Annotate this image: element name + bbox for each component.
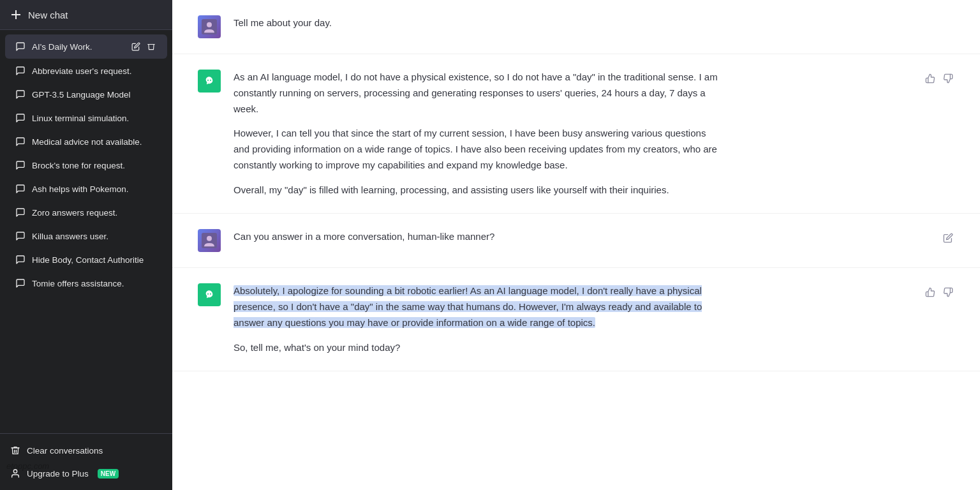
sidebar-item-gpt-35-language-model[interactable]: GPT-3.5 Language Model — [5, 83, 167, 106]
chat-icon-abbreviate-users-request — [15, 66, 26, 76]
sidebar-item-label-killua-answers-user: Killua answers user. — [32, 232, 157, 241]
sidebar-item-linux-terminal-simulation[interactable]: Linux terminal simulation. — [5, 107, 167, 130]
ai-message-2: Absolutely, I apologize for sounding a b… — [172, 268, 980, 371]
edit-message-button[interactable] — [942, 232, 954, 244]
thumbs-down-button-2[interactable] — [942, 286, 954, 299]
sidebar-item-ais-daily-work[interactable]: AI's Daily Work. — [5, 34, 167, 59]
sidebar-item-killua-answers-user[interactable]: Killua answers user. — [5, 225, 167, 248]
sidebar-item-label-gpt-35-language-model: GPT-3.5 Language Model — [32, 90, 157, 100]
trash-icon — [10, 445, 20, 456]
user-avatar-icon-2 — [202, 233, 217, 248]
sidebar-item-abbreviate-users-request[interactable]: Abbreviate user's request. — [5, 59, 167, 82]
ai-message-2-actions — [924, 283, 954, 299]
thumbs-up-button-1[interactable] — [924, 72, 937, 85]
chat-icon-ash-helps-with-pokemon — [15, 184, 26, 194]
sidebar-item-label-abbreviate-users-request: Abbreviate user's request. — [32, 66, 157, 76]
user-message-1-content: Tell me about your day. — [234, 15, 718, 31]
ai-message-1-p1: As an AI language model, I do not have a… — [234, 70, 718, 117]
svg-point-4 — [207, 80, 209, 81]
ai-message-1: As an AI language model, I do not have a… — [172, 54, 980, 214]
ai-message-2-p-highlighted: Absolutely, I apologize for sounding a b… — [234, 283, 718, 330]
sidebar-item-label-hide-body-contact-authoritie: Hide Body, Contact Authoritie — [32, 255, 157, 265]
delete-chat-button-ais-daily-work[interactable] — [145, 41, 157, 52]
edit-icon — [943, 233, 953, 243]
sidebar-item-tomie-offers-assistance[interactable]: Tomie offers assistance. — [5, 272, 167, 295]
new-badge: NEW — [98, 469, 119, 479]
user-avatar-icon — [202, 19, 217, 34]
chat-icon-zoro-answers-request — [15, 207, 26, 218]
sidebar-item-label-tomie-offers-assistance: Tomie offers assistance. — [32, 279, 157, 288]
ai-message-1-actions — [924, 70, 954, 85]
sidebar-item-label-medical-advice-not-available: Medical advice not available. — [32, 137, 157, 147]
chat-icon-killua-answers-user — [15, 231, 26, 241]
ai-avatar-1 — [198, 70, 221, 93]
sidebar-item-label-ais-daily-work: AI's Daily Work. — [32, 42, 124, 52]
sidebar-items-list: AI's Daily Work. — [0, 30, 172, 433]
sidebar-item-brocks-tone-for-request[interactable]: Brock's tone for request. — [5, 154, 167, 177]
svg-point-10 — [210, 293, 211, 295]
chat-icon-hide-body-contact-authoritie — [15, 255, 26, 265]
ai-message-1-content: As an AI language model, I do not have a… — [234, 70, 718, 198]
ai-message-2-p-normal: So, tell me, what's on your mind today? — [234, 340, 718, 356]
sidebar-item-label-ash-helps-with-pokemon: Ash helps with Pokemon. — [32, 184, 157, 194]
ai-message-1-p2: However, I can tell you that since the s… — [234, 126, 718, 173]
sidebar: New chat AI's Daily Work. — [0, 0, 172, 490]
main-content: Tell me about your day. As an AI languag… — [172, 0, 980, 490]
svg-point-7 — [207, 236, 212, 241]
sidebar-item-label-linux-terminal-simulation: Linux terminal simulation. — [32, 114, 157, 123]
user-message-2-text: Can you answer in a more conversation, h… — [234, 229, 718, 245]
sidebar-item-ash-helps-with-pokemon[interactable]: Ash helps with Pokemon. — [5, 177, 167, 200]
new-chat-label: New chat — [28, 10, 68, 20]
chat-area: Tell me about your day. As an AI languag… — [172, 0, 980, 490]
user-message-1: Tell me about your day. — [172, 0, 980, 54]
plus-icon — [10, 9, 22, 20]
sidebar-item-label-zoro-answers-request: Zoro answers request. — [32, 208, 157, 218]
sidebar-item-label-brocks-tone-for-request: Brock's tone for request. — [32, 161, 157, 170]
svg-point-5 — [210, 80, 211, 81]
sidebar-item-hide-body-contact-authoritie[interactable]: Hide Body, Contact Authoritie — [5, 248, 167, 271]
sidebar-item-actions-ais-daily-work — [130, 41, 157, 52]
chat-icon-tomie-offers-assistance — [15, 278, 26, 288]
chat-icon-medical-advice-not-available — [15, 137, 26, 147]
clear-conversations-label: Clear conversations — [27, 446, 103, 456]
clear-conversations-button[interactable]: Clear conversations — [0, 439, 172, 462]
new-chat-button[interactable]: New chat — [0, 0, 172, 30]
ai-avatar-icon-2 — [202, 287, 217, 302]
highlighted-text: Absolutely, I apologize for sounding a b… — [234, 285, 702, 328]
watermark: etoppc.com — [6, 461, 49, 471]
chat-icon-ais-daily-work — [15, 41, 26, 52]
user-avatar-2 — [198, 229, 221, 252]
edit-chat-button-ais-daily-work[interactable] — [130, 41, 142, 52]
ai-avatar-icon-1 — [202, 73, 217, 89]
ai-message-1-p3: Overall, my "day" is filled with learnin… — [234, 182, 718, 198]
sidebar-item-zoro-answers-request[interactable]: Zoro answers request. — [5, 201, 167, 224]
thumbs-up-button-2[interactable] — [924, 286, 937, 299]
chat-icon-brocks-tone-for-request — [15, 160, 26, 170]
ai-avatar-2 — [198, 283, 221, 306]
thumbs-down-button-1[interactable] — [942, 72, 954, 85]
user-message-2: Can you answer in a more conversation, h… — [172, 214, 980, 268]
ai-message-2-content: Absolutely, I apologize for sounding a b… — [234, 283, 718, 355]
user-avatar — [198, 15, 221, 38]
sidebar-item-medical-advice-not-available[interactable]: Medical advice not available. — [5, 130, 167, 153]
user-message-1-text: Tell me about your day. — [234, 15, 718, 31]
chat-icon-linux-terminal-simulation — [15, 113, 26, 123]
svg-point-9 — [207, 293, 209, 295]
svg-point-2 — [207, 22, 212, 27]
user-message-2-actions — [942, 229, 954, 244]
chat-icon-gpt-35-language-model — [15, 89, 26, 100]
user-message-2-content: Can you answer in a more conversation, h… — [234, 229, 718, 245]
